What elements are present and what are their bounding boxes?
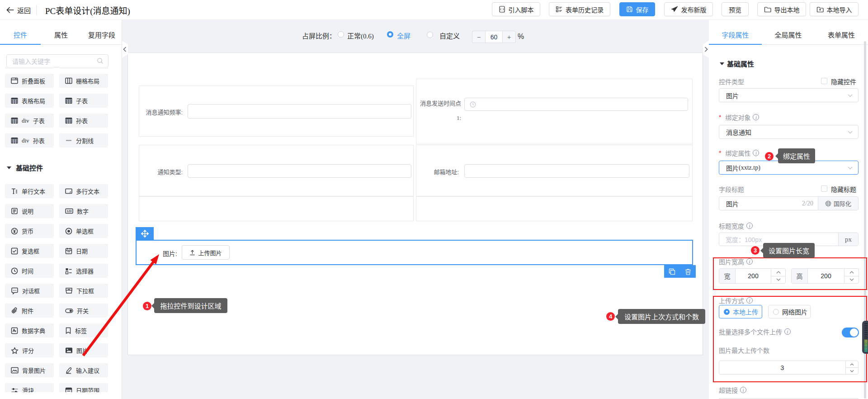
svg-text:123: 123 xyxy=(67,209,72,213)
